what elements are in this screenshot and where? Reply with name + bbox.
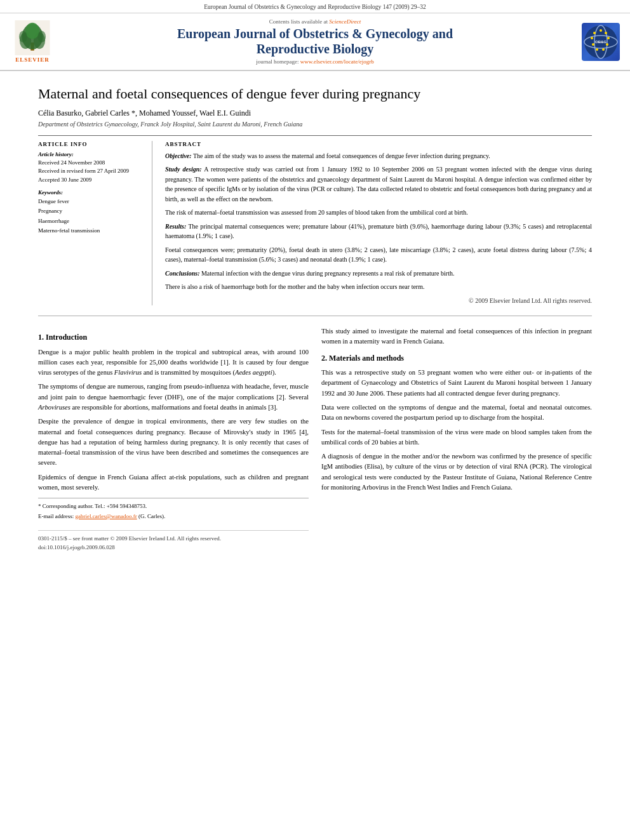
article-content: Maternal and foetal consequences of deng… [0,71,630,565]
abstract-conclusions-para: Conclusions: Maternal infection with the… [165,269,592,279]
conclusions-label: Conclusions: [165,270,199,277]
intro-p3: Despite the prevalence of dengue in trop… [38,417,309,468]
elsevier-wordmark: ELSEVIER [15,57,50,63]
article-info-column: ARTICLE INFO Article history: Received 2… [38,141,152,306]
abstract-foetal-para: Foetal consequences were; prematurity (2… [165,245,592,265]
affiliation: Department of Obstetrics Gynaecology, Fr… [38,121,592,128]
journal-title-line1: European Journal of Obstetrics & Gynecol… [177,27,453,41]
keyword-2: Pregnancy [38,206,144,216]
footnote-corresponding: * Corresponding author. Tel.: +594 59434… [38,502,309,510]
foetal-text: Foetal consequences were; prematurity (2… [165,246,592,263]
svg-point-11 [600,29,602,32]
ob-gyn-logo-inner: OB&G [582,23,620,61]
svg-point-7 [37,31,46,43]
journal-header: ELSEVIER Contents lists available at Sci… [0,13,630,71]
svg-point-19 [593,32,596,34]
top-bar-text: European Journal of Obstetrics & Gynecol… [204,4,426,10]
objective-text: The aim of the study was to assess the m… [193,152,490,159]
keyword-1: Dengue fever [38,197,144,206]
flavivirus-italic: Flavivirus [114,369,142,376]
revised-date: Received in revised form 27 April 2009 [38,167,144,176]
info-abstract-section: ARTICLE INFO Article history: Received 2… [38,135,592,306]
email-address: gabriel.carles@wanadoo.fr [75,513,137,519]
top-bar: European Journal of Obstetrics & Gynecol… [0,0,630,13]
abstract-objective-para: Objective: The aim of the study was to a… [165,151,592,161]
intro-p4: Epidemics of dengue in French Guiana aff… [38,472,309,493]
svg-point-6 [19,31,27,43]
results-label: Results: [165,223,186,230]
sciencedirect-link: ScienceDirect [329,18,361,25]
study-label: Study design: [165,166,202,173]
authors-text: Célia Basurko, Gabriel Carles *, Mohamed… [38,109,251,117]
email-suffix: (G. Carles). [138,513,165,519]
article-title: Maternal and foetal consequences of deng… [38,85,592,103]
footnote-email-line: E-mail address: gabriel.carles@wanadoo.f… [38,512,309,521]
abstract-text: Objective: The aim of the study was to a… [165,151,592,306]
svg-point-18 [591,37,593,39]
abstract-section: ABSTRACT Objective: The aim of the study… [165,141,592,306]
risk-text: The risk of maternal–foetal transmission… [165,209,468,216]
homepage-url: www.elsevier.com/locate/ejogrb [300,58,374,65]
elsevier-tree-icon [13,20,51,55]
elsevier-logo-inner: ELSEVIER [10,20,55,63]
ob-gyn-logo-block: OB&G [575,23,620,61]
svg-text:OB&G: OB&G [595,40,607,44]
body-columns: 1. Introduction Dengue is a major public… [38,326,592,552]
abstract-study-para: Study design: A retrospective study was … [165,164,592,204]
page-wrapper: European Journal of Obstetrics & Gynecol… [0,0,630,840]
arbovirus-italic: Arboviruses [38,404,70,411]
journal-title-block: Contents lists available at ScienceDirec… [61,18,569,65]
keywords-label: Keywords: [38,189,144,196]
article-info-heading: ARTICLE INFO [38,141,144,147]
keyword-4: Materno-fetal transmission [38,226,144,236]
journal-main-title: European Journal of Obstetrics & Gynecol… [61,26,569,57]
footer-doi: doi:10.1016/j.ejogrb.2009.06.028 [38,543,309,552]
keyword-3: Haemorrhage [38,217,144,226]
journal-title-line2: Reproductive Biology [257,42,374,56]
results-text: The principal maternal consequences were… [165,223,592,240]
intro-p1: Dengue is a major public health problem … [38,347,309,378]
elsevier-logo-block: ELSEVIER [10,20,55,63]
study-text: A retrospective study was carried out fr… [165,166,592,203]
abstract-results-para: Results: The principal maternal conseque… [165,222,592,241]
footer-bar: 0301-2115/$ – see front matter © 2009 El… [38,530,309,552]
svg-point-17 [592,43,594,46]
left-body-column: 1. Introduction Dengue is a major public… [38,326,309,552]
svg-point-12 [605,32,607,34]
keywords-section: Keywords: Dengue fever Pregnancy Haemorr… [38,189,144,236]
svg-point-5 [25,23,39,39]
accepted-date: Accepted 30 June 2009 [38,176,144,185]
article-history-label: Article history: [38,151,144,157]
sciencedirect-line: Contents lists available at ScienceDirec… [61,18,569,25]
abstract-risk-para: The risk of maternal–foetal transmission… [165,208,592,218]
methods-p3: Tests for the maternal–foetal transmissi… [321,427,592,448]
right-body-column: This study aimed to investigate the mate… [321,326,592,552]
conclusions-text: Maternal infection with the dengue virus… [201,270,454,277]
svg-point-13 [607,37,610,39]
journal-homepage: journal homepage: www.elsevier.com/locat… [61,58,569,65]
authors-line: Célia Basurko, Gabriel Carles *, Mohamed… [38,109,592,118]
received-date: Received 24 November 2008 [38,159,144,168]
keywords-list: Dengue fever Pregnancy Haemorrhage Mater… [38,197,144,236]
abstract-haem-para: There is also a risk of haemorrhage both… [165,282,592,292]
haem-text: There is also a risk of haemorrhage both… [165,283,424,290]
section-divider [38,316,592,316]
svg-point-16 [596,48,598,51]
abstract-heading: ABSTRACT [165,141,592,147]
footnote-section: * Corresponding author. Tel.: +594 59434… [38,498,309,520]
copyright-line: © 2009 Elsevier Ireland Ltd. All rights … [165,296,592,306]
ob-gyn-logo-svg: OB&G [583,24,619,60]
sciencedirect-prefix: Contents lists available at [269,18,329,25]
intro-p2: The symptoms of dengue are numerous, ran… [38,382,309,413]
aedes-italic: Aedes aegypti [235,369,272,376]
objective-label: Objective: [165,152,192,159]
article-dates: Received 24 November 2008 Received in re… [38,159,144,185]
methods-p4: A diagnosis of dengue in the mother and/… [321,451,592,493]
intro-heading: 1. Introduction [38,331,309,343]
footer-issn: 0301-2115/$ – see front matter © 2009 El… [38,535,309,543]
methods-p2: Data were collected on the symptoms of d… [321,403,592,423]
right-col-p1: This study aimed to investigate the mate… [321,326,592,347]
svg-point-15 [602,48,605,51]
homepage-prefix: journal homepage: [256,58,300,65]
methods-p1: This was a retrospective study on 53 pre… [321,368,592,399]
